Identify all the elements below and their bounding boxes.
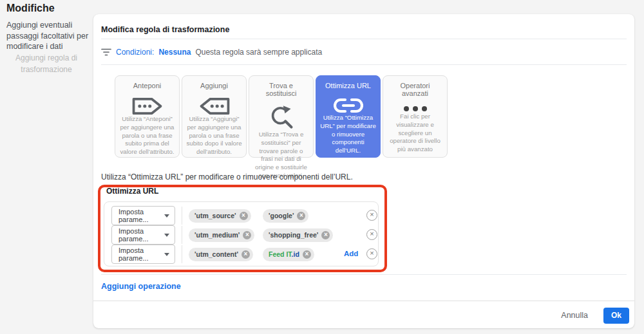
value-chip: 'google' ×	[263, 209, 308, 223]
attribute-suffix: .id	[292, 250, 299, 258]
operator-dropdown[interactable]: Imposta parame...	[111, 245, 175, 264]
add-link[interactable]: Add	[344, 250, 358, 257]
card-description: Fai clic per visualizzare e scegliere un…	[387, 113, 443, 154]
operator-dropdown-value: Imposta parame...	[118, 227, 164, 243]
card-title: Anteponi	[133, 82, 161, 89]
footer-actions: Annulla Ok	[557, 307, 629, 324]
optimize-url-title: Ottimizza URL	[106, 187, 158, 196]
card-ottimizza-url[interactable]: Ottimizza URL Utilizza “Ottimizza URL” p…	[316, 75, 381, 158]
divider	[182, 207, 182, 225]
chevron-down-icon	[164, 253, 169, 256]
card-trova-e-sostituisci[interactable]: Trova e sostituisci Utilizza “Trova e so…	[249, 75, 314, 158]
url-parameter-row: Imposta parame... 'utm_medium' × 'shoppi…	[104, 225, 378, 245]
panel-title: Modifica regola di trasformazione	[101, 25, 229, 34]
divider	[182, 226, 182, 244]
attribute-name: Feed IT	[269, 250, 292, 258]
remove-row-icon[interactable]: ×	[366, 210, 377, 221]
conditions-row[interactable]: Condizioni: Nessuna Questa regola sarà s…	[101, 45, 322, 59]
parameter-chip: 'utm_medium' ×	[189, 228, 254, 242]
remove-chip-icon[interactable]: ×	[240, 212, 248, 220]
parameter-chip: 'utm_content' ×	[189, 248, 253, 261]
page-title: Modifiche	[6, 3, 55, 14]
divider	[101, 274, 627, 275]
card-aggiungi[interactable]: Aggiungi Utilizza “Aggiungi” per aggiung…	[182, 75, 247, 158]
remove-chip-icon[interactable]: ×	[242, 250, 250, 259]
attribute-value-chip: Feed IT.id ×	[263, 248, 314, 261]
card-description: Utilizza “Aggiungi” per aggiungere una p…	[186, 115, 242, 156]
chip-label: 'shopping_free'	[269, 231, 318, 239]
chip-label: 'utm_medium'	[194, 231, 240, 239]
edit-rule-panel: Modifica regola di trasformazione Condiz…	[93, 14, 634, 328]
chip-label: 'utm_source'	[194, 212, 236, 219]
card-title: Operatori avanzati	[387, 82, 443, 97]
cancel-button[interactable]: Annulla	[557, 308, 592, 322]
remove-chip-icon[interactable]: ×	[321, 231, 330, 239]
chip-label: 'utm_content'	[194, 250, 238, 258]
card-description: Utilizza “Anteponi” per aggiungere una p…	[119, 115, 175, 156]
card-anteponi[interactable]: Anteponi Utilizza “Anteponi” per aggiung…	[115, 75, 180, 158]
parameter-chip: 'utm_source' ×	[189, 209, 251, 223]
optimize-url-helper-text: Utilizza “Ottimizza URL” per modificare …	[101, 172, 353, 181]
remove-chip-icon[interactable]: ×	[303, 250, 311, 259]
filter-icon	[101, 48, 111, 56]
card-operatori-avanzati[interactable]: Operatori avanzati Fai clic per visualiz…	[383, 75, 448, 158]
operator-dropdown-value: Imposta parame...	[118, 246, 164, 262]
url-parameter-row: Imposta parame... 'utm_source' × 'google…	[104, 206, 378, 225]
ellipsis-icon	[402, 105, 428, 113]
remove-chip-icon[interactable]: ×	[297, 212, 305, 220]
operator-dropdown[interactable]: Imposta parame...	[111, 206, 175, 225]
search-refresh-icon	[269, 105, 294, 131]
divider	[101, 39, 627, 39]
card-title: Trova e sostituisci	[253, 82, 309, 97]
page: Modifiche Aggiungi eventuali passaggi fa…	[0, 0, 644, 334]
tag-right-icon	[131, 97, 164, 115]
conditions-description: Questa regola sarà sempre applicata	[195, 48, 322, 57]
card-title: Aggiungi	[200, 82, 228, 89]
operation-cards: Anteponi Utilizza “Anteponi” per aggiung…	[115, 75, 448, 158]
value-chip: 'shopping_free' ×	[263, 228, 333, 242]
remove-row-icon[interactable]: ×	[366, 248, 377, 259]
operator-dropdown-value: Imposta parame...	[118, 208, 164, 223]
ok-button[interactable]: Ok	[603, 308, 629, 324]
tag-left-icon	[198, 97, 231, 115]
add-operation-link[interactable]: Aggiungi operazione	[101, 282, 181, 291]
conditions-value[interactable]: Nessuna	[158, 48, 191, 57]
conditions-label[interactable]: Condizioni:	[116, 48, 154, 57]
divider	[93, 301, 634, 301]
sidebar-description: Aggiungi eventuali passaggi facoltativi …	[6, 20, 91, 52]
card-description: Utilizza “Ottimizza URL” per modificare …	[320, 114, 376, 155]
chevron-down-icon	[164, 214, 169, 218]
link-icon	[334, 97, 363, 114]
chip-label: 'google'	[269, 212, 294, 219]
operator-dropdown[interactable]: Imposta parame...	[111, 225, 175, 245]
remove-chip-icon[interactable]: ×	[243, 231, 251, 239]
chevron-down-icon	[164, 234, 169, 237]
url-parameter-row: Imposta parame... 'utm_content' × Feed I…	[104, 245, 378, 264]
remove-row-icon[interactable]: ×	[366, 229, 377, 240]
card-title: Ottimizza URL	[325, 82, 371, 89]
divider	[182, 245, 182, 263]
divider	[101, 64, 627, 65]
optimize-url-editor: Imposta parame... 'utm_source' × 'google…	[104, 201, 379, 266]
add-transformation-rule-button[interactable]: Aggiungi regola di trasformazione	[4, 52, 89, 75]
